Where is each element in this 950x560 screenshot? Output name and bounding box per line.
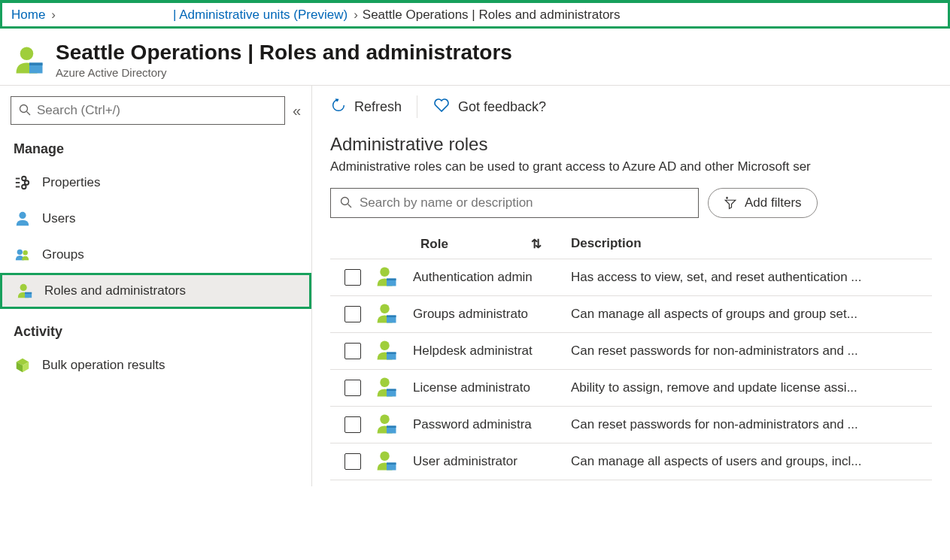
feedback-label: Got feedback? — [458, 99, 546, 115]
column-role[interactable]: Role ⇅ — [375, 236, 571, 252]
row-checkbox[interactable] — [344, 343, 361, 359]
sidebar-search[interactable] — [11, 96, 285, 125]
user-icon — [14, 210, 32, 228]
role-name[interactable]: License administrato — [413, 380, 571, 395]
svg-point-12 — [20, 104, 28, 112]
role-icon — [375, 450, 413, 474]
add-filter-label: Add filters — [745, 195, 802, 210]
role-icon — [375, 265, 413, 290]
page-title: Seattle Operations | Roles and administr… — [56, 41, 512, 65]
table-row[interactable]: Groups administratoCan manage all aspect… — [330, 295, 932, 333]
chevron-right-icon: › — [354, 8, 358, 23]
role-icon — [375, 413, 413, 437]
search-icon — [340, 196, 352, 210]
sidebar-item-bulk[interactable]: Bulk operation results — [0, 347, 311, 383]
role-name[interactable]: Authentication admin — [413, 270, 571, 285]
refresh-icon — [330, 97, 347, 117]
sort-icon: ⇅ — [531, 236, 542, 252]
row-checkbox[interactable] — [344, 380, 361, 396]
role-icon — [375, 302, 413, 327]
add-filter-button[interactable]: Add filters — [708, 188, 818, 218]
feedback-button[interactable]: Got feedback? — [433, 96, 546, 118]
role-description: Can reset passwords for non-administrato… — [571, 417, 932, 432]
breadcrumb-current: Seattle Operations | Roles and administr… — [363, 8, 621, 23]
table-header: Role ⇅ Description — [330, 232, 932, 259]
row-checkbox[interactable] — [344, 453, 361, 470]
role-description: Has access to view, set, and reset authe… — [571, 270, 932, 285]
heart-icon — [433, 96, 451, 118]
breadcrumb-home[interactable]: Home — [11, 8, 45, 23]
refresh-label: Refresh — [354, 99, 402, 115]
table-row[interactable]: Helpdesk administratCan reset passwords … — [330, 332, 932, 370]
table-row[interactable]: User administratorCan manage all aspects… — [330, 443, 932, 480]
sidebar-item-label: Groups — [42, 247, 84, 262]
row-checkbox[interactable] — [344, 306, 361, 322]
svg-line-13 — [27, 111, 31, 115]
role-icon — [14, 44, 45, 76]
role-name[interactable]: User administrator — [413, 454, 571, 469]
role-icon — [375, 339, 413, 364]
main-content: Refresh Got feedback? Administrative rol… — [312, 86, 950, 486]
section-manage: Manage — [0, 137, 311, 165]
content-heading: Administrative roles — [330, 134, 932, 155]
sidebar-item-groups[interactable]: Groups — [0, 237, 311, 273]
role-name[interactable]: Helpdesk administrat — [413, 344, 571, 359]
sidebar-item-properties[interactable]: Properties — [0, 165, 311, 201]
sidebar-item-label: Bulk operation results — [42, 358, 165, 373]
role-icon — [375, 376, 413, 401]
role-description: Can reset passwords for non-administrato… — [571, 344, 932, 359]
sidebar-item-label: Users — [42, 211, 75, 226]
breadcrumb-admin-units[interactable]: | Administrative units (Preview) — [173, 8, 348, 23]
breadcrumb: Home › | Administrative units (Preview) … — [0, 0, 950, 29]
role-description: Can manage all aspects of groups and gro… — [571, 307, 932, 322]
page-header: Seattle Operations | Roles and administr… — [0, 29, 950, 85]
column-description[interactable]: Description — [571, 236, 932, 252]
sidebar-search-input[interactable] — [37, 103, 277, 118]
sidebar-item-label: Roles and administrators — [44, 283, 186, 298]
search-icon — [19, 104, 31, 118]
role-description: Can manage all aspects of users and grou… — [571, 454, 932, 469]
section-activity: Activity — [0, 319, 311, 347]
group-icon — [14, 246, 32, 264]
refresh-button[interactable]: Refresh — [330, 97, 402, 117]
filter-icon — [724, 196, 737, 210]
table-row[interactable]: Authentication adminHas access to view, … — [330, 259, 932, 296]
sidebar-item-label: Properties — [42, 175, 100, 190]
role-description: Ability to assign, remove and update lic… — [571, 380, 932, 395]
svg-line-15 — [348, 204, 352, 207]
svg-point-14 — [341, 197, 349, 204]
sidebar: « Manage Properties Users Groups Roles a… — [0, 86, 312, 486]
content-description: Administrative roles can be used to gran… — [330, 159, 932, 174]
row-checkbox[interactable] — [344, 269, 361, 286]
role-search-input[interactable] — [360, 195, 689, 210]
page-subtitle: Azure Active Directory — [56, 66, 512, 79]
row-checkbox[interactable] — [344, 416, 361, 433]
table-row[interactable]: Password administraCan reset passwords f… — [330, 406, 932, 443]
role-search[interactable] — [330, 188, 699, 218]
toolbar: Refresh Got feedback? — [312, 86, 950, 128]
cube-icon — [14, 356, 32, 374]
sidebar-item-users[interactable]: Users — [0, 201, 311, 237]
sidebar-item-roles[interactable]: Roles and administrators — [0, 273, 311, 309]
role-icon — [16, 282, 34, 300]
chevron-right-icon: › — [51, 8, 56, 23]
properties-icon — [14, 174, 32, 192]
role-name[interactable]: Password administra — [413, 417, 571, 432]
collapse-icon[interactable]: « — [293, 102, 301, 120]
table-row[interactable]: License administratoAbility to assign, r… — [330, 369, 932, 407]
role-name[interactable]: Groups administrato — [413, 307, 571, 322]
toolbar-separator — [417, 95, 417, 118]
